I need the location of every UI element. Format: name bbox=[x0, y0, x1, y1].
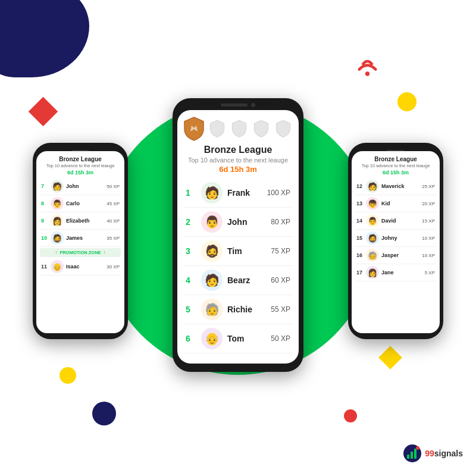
list-item: 15 🧔 Johny 10 XP bbox=[355, 230, 436, 247]
wifi-icon bbox=[351, 48, 384, 83]
circle-navy-decoration bbox=[92, 402, 116, 425]
center-league-title: Bronze League bbox=[183, 145, 293, 155]
player-xp: 50 XP bbox=[107, 184, 120, 189]
avatar: 🧓 bbox=[366, 249, 379, 262]
player-name: James bbox=[66, 235, 104, 241]
player-name: Elizabeth bbox=[66, 218, 104, 224]
phone-notch bbox=[221, 103, 255, 107]
rank-label: 13 bbox=[356, 201, 364, 206]
right-league-timer: 6d 15h 3m bbox=[355, 170, 436, 176]
player-xp: 60 XP bbox=[271, 276, 290, 284]
avatar: 🧔 bbox=[366, 231, 379, 245]
player-name: Frank bbox=[227, 188, 262, 198]
left-league-title: Bronze League bbox=[40, 156, 121, 162]
left-phone-screen: Bronze League Top 10 advance to the next… bbox=[36, 151, 124, 333]
center-phone-screen: Bronze League Top 10 advance to the next… bbox=[177, 110, 299, 364]
rank-label: 7 bbox=[41, 183, 48, 189]
player-name: Carlo bbox=[66, 201, 104, 206]
rank-label: 16 bbox=[356, 252, 364, 258]
list-item: 6 👴 Tom 50 XP bbox=[183, 324, 293, 353]
player-name: Jane bbox=[381, 270, 422, 275]
rank-label: 11 bbox=[41, 264, 48, 270]
player-xp: 5 XP bbox=[425, 270, 435, 275]
up-arrow-icon: ↑ bbox=[55, 250, 57, 255]
list-item: 2 👨 John 80 XP bbox=[183, 208, 293, 237]
right-league-subtitle: Top 10 advance to the next leauge bbox=[355, 163, 436, 168]
player-xp: 55 XP bbox=[271, 305, 290, 314]
diamond-yellow-decoration bbox=[378, 346, 402, 369]
list-item: 12 🧑 Maverick 25 XP bbox=[355, 178, 436, 195]
avatar: 👴 bbox=[201, 328, 223, 349]
player-name: John bbox=[66, 183, 104, 189]
avatar: 🧑 bbox=[51, 180, 64, 193]
rank-label: 9 bbox=[41, 218, 48, 224]
list-item: 11 👴 Isaac 30 XP bbox=[40, 258, 121, 275]
rank-label: 14 bbox=[356, 218, 364, 224]
bronze-shield-badge bbox=[183, 116, 205, 141]
rank-label: 3 bbox=[186, 246, 196, 256]
rank-label: 5 bbox=[186, 305, 196, 314]
rank-label: 17 bbox=[356, 270, 364, 275]
locked-shield-badge bbox=[208, 116, 227, 141]
avatar: 👩 bbox=[366, 266, 379, 279]
player-xp: 10 XP bbox=[422, 236, 435, 241]
list-item: 17 👩 Jane 5 XP bbox=[355, 264, 436, 281]
svg-rect-3 bbox=[411, 452, 413, 459]
player-xp: 20 XP bbox=[422, 201, 435, 206]
list-item: 1 🧑 Frank 100 XP bbox=[183, 178, 293, 208]
list-item: 10 🧔 James 35 XP bbox=[40, 230, 121, 247]
avatar: 👴 bbox=[51, 260, 64, 273]
player-name: Jasper bbox=[381, 252, 419, 258]
avatar: 👨 bbox=[201, 211, 223, 233]
list-item: 9 👩 Elizabeth 40 XP bbox=[40, 212, 121, 230]
circle-yellow-left-decoration bbox=[60, 367, 76, 384]
avatar: 🧑 bbox=[201, 182, 223, 203]
badges-row bbox=[183, 116, 293, 141]
player-xp: 30 XP bbox=[107, 264, 120, 270]
player-name: John bbox=[227, 217, 266, 227]
player-xp: 100 XP bbox=[267, 189, 290, 197]
brand-logo: 99signals bbox=[403, 444, 463, 463]
rank-label: 2 bbox=[186, 217, 196, 227]
locked-shield-badge bbox=[252, 116, 271, 141]
list-item: 4 🧑 Bearz 60 XP bbox=[183, 266, 293, 295]
rank-label: 12 bbox=[356, 183, 364, 189]
player-name: Isaac bbox=[66, 264, 104, 270]
diamond-red-decoration bbox=[29, 97, 58, 126]
left-phone: Bronze League Top 10 advance to the next… bbox=[33, 143, 128, 339]
svg-rect-4 bbox=[414, 449, 416, 459]
player-name: Maverick bbox=[381, 183, 419, 189]
player-xp: 25 XP bbox=[422, 184, 435, 189]
center-league-subtitle: Top 10 advance to the next leauge bbox=[183, 156, 293, 164]
player-name: Richie bbox=[227, 305, 266, 314]
left-league-subtitle: Top 10 advance to the next leauge bbox=[40, 163, 121, 168]
player-name: Kid bbox=[381, 201, 419, 206]
list-item: 13 👦 Kid 20 XP bbox=[355, 195, 436, 212]
list-item: 5 🧓 Richie 55 XP bbox=[183, 295, 293, 324]
rank-label: 6 bbox=[186, 334, 196, 343]
circle-red-bottom-decoration bbox=[344, 409, 357, 422]
player-name: Tom bbox=[227, 334, 266, 343]
player-xp: 35 XP bbox=[107, 236, 120, 241]
promotion-zone-label: PROMOTION ZONE bbox=[60, 250, 101, 255]
avatar: 🧑 bbox=[201, 270, 223, 291]
avatar: 👨 bbox=[366, 214, 379, 227]
player-xp: 40 XP bbox=[107, 218, 120, 224]
list-item: 8 👨 Carlo 45 XP bbox=[40, 195, 121, 212]
avatar: 🧔 bbox=[201, 240, 223, 262]
svg-point-0 bbox=[365, 71, 369, 76]
player-name: Tim bbox=[227, 246, 266, 256]
player-name: Johny bbox=[381, 235, 419, 241]
rank-label: 10 bbox=[41, 235, 48, 241]
list-item: 14 👨 David 15 XP bbox=[355, 212, 436, 230]
svg-point-5 bbox=[416, 446, 419, 450]
rank-label: 8 bbox=[41, 201, 48, 206]
avatar: 👩 bbox=[51, 214, 64, 227]
avatar: 👦 bbox=[366, 197, 379, 210]
center-league-timer: 6d 15h 3m bbox=[183, 165, 293, 174]
rank-label: 1 bbox=[186, 188, 196, 198]
player-xp: 50 XP bbox=[271, 334, 290, 343]
speaker-grille bbox=[221, 104, 248, 107]
rank-label: 15 bbox=[356, 235, 364, 241]
center-phone: Bronze League Top 10 advance to the next… bbox=[173, 98, 303, 372]
